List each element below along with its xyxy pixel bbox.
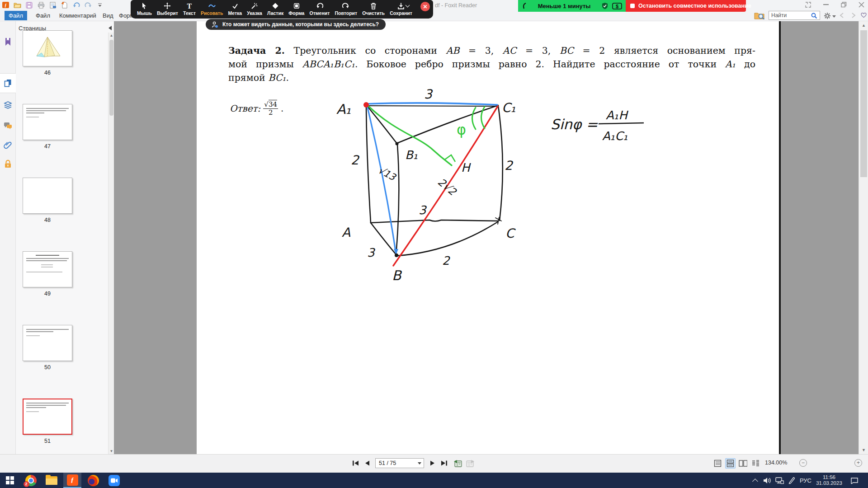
tool-shape[interactable]: Форма: [288, 2, 304, 16]
open-file-icon[interactable]: [14, 1, 21, 9]
page-number-label[interactable]: 51: [23, 438, 72, 444]
clock[interactable]: 11:5631.03.2023: [814, 473, 844, 488]
language-indicator[interactable]: РУС: [797, 473, 814, 488]
tool-undo[interactable]: Отменит: [310, 2, 330, 16]
page-number-label[interactable]: 48: [23, 217, 72, 223]
scrollbar-thumb[interactable]: [109, 40, 113, 116]
prev-arrow-icon[interactable]: [839, 12, 844, 19]
tool-text[interactable]: TТекст: [183, 2, 196, 16]
next-arrow-icon[interactable]: [851, 12, 856, 19]
previous-page-button[interactable]: [363, 459, 372, 468]
save-icon[interactable]: [25, 1, 33, 9]
pages-panel-icon[interactable]: [3, 78, 13, 88]
search-icon[interactable]: [811, 13, 817, 19]
minimize-button[interactable]: [823, 2, 829, 8]
undo-icon[interactable]: [72, 1, 80, 9]
gear-caret-icon[interactable]: [832, 15, 836, 18]
tool-eraser[interactable]: Ластик: [267, 2, 283, 16]
tool-spotlight[interactable]: Указка: [247, 2, 262, 16]
collapse-panel-icon[interactable]: [108, 26, 112, 30]
single-page-view-button[interactable]: [712, 458, 723, 469]
save-caret-icon[interactable]: [406, 3, 410, 7]
close-button[interactable]: [859, 2, 864, 8]
document-scrollbar[interactable]: ▲ ▼: [859, 21, 868, 454]
page-thumbnail-51-current[interactable]: [23, 399, 72, 435]
tray-chevron-up-icon[interactable]: [751, 473, 760, 488]
scroll-up-icon[interactable]: ▲: [859, 23, 868, 28]
thumbnails-scrollbar[interactable]: ▲ ▼: [108, 33, 114, 454]
zoom-out-button[interactable]: −: [799, 459, 807, 467]
tool-redo[interactable]: Повторит: [335, 2, 357, 16]
bookmarks-icon[interactable]: [3, 37, 13, 47]
heart-icon[interactable]: [860, 12, 867, 18]
next-page-button[interactable]: [428, 459, 437, 468]
page-number-box[interactable]: 51 / 75: [375, 458, 424, 468]
tool-select[interactable]: Выберит: [157, 2, 178, 16]
gear-icon[interactable]: [824, 12, 831, 19]
shield-check-icon[interactable]: [601, 2, 609, 9]
new-document-icon[interactable]: [61, 1, 68, 9]
first-page-button[interactable]: [351, 459, 360, 468]
taskbar-chrome[interactable]: 2: [22, 473, 40, 488]
redo-icon[interactable]: [84, 1, 92, 9]
thumb-text-line: [26, 335, 40, 336]
zoom-level[interactable]: 134.00%: [765, 460, 787, 466]
thumb-text-line: [26, 272, 62, 272]
tool-draw[interactable]: Рисовать: [201, 2, 223, 16]
notification-center-icon[interactable]: [848, 473, 861, 488]
restore-button[interactable]: [841, 2, 847, 8]
network-icon[interactable]: [774, 473, 785, 488]
previous-view-button[interactable]: [453, 459, 462, 468]
foxit-app-icon[interactable]: ƒ: [2, 1, 9, 9]
scroll-up-icon[interactable]: ▲: [109, 33, 113, 38]
page-number-label[interactable]: 49: [23, 291, 72, 297]
speaker-icon[interactable]: [762, 473, 772, 488]
menu-file-backstage[interactable]: Файл: [5, 11, 27, 20]
tool-save[interactable]: Сохранит: [390, 2, 412, 16]
pen-icon[interactable]: [787, 473, 797, 488]
tool-stamp[interactable]: Метка: [228, 2, 242, 16]
next-view-button[interactable]: [466, 459, 475, 468]
page-number-label[interactable]: 50: [23, 364, 72, 371]
zoom-in-button[interactable]: +: [854, 459, 862, 467]
thumb-text-line: [41, 264, 53, 265]
continuous-facing-view-button[interactable]: [750, 458, 761, 469]
customize-caret-icon[interactable]: [96, 1, 104, 9]
security-lock-icon[interactable]: [3, 159, 13, 169]
start-button[interactable]: [1, 473, 19, 488]
page-number-label[interactable]: 47: [23, 143, 72, 150]
taskbar-firefox[interactable]: [84, 473, 102, 488]
page-thumbnail-46[interactable]: [23, 30, 72, 66]
email-icon[interactable]: [49, 1, 57, 9]
close-annotation-toolbar-button[interactable]: ✕: [420, 2, 430, 11]
page-thumbnail-48[interactable]: [23, 178, 72, 214]
tool-clear[interactable]: Очистить: [362, 2, 385, 16]
scroll-down-icon[interactable]: ▼: [109, 449, 113, 453]
taskbar-file-explorer[interactable]: [42, 473, 61, 488]
attachments-icon[interactable]: [3, 141, 13, 150]
layers-icon[interactable]: [3, 101, 13, 110]
facing-view-button[interactable]: [738, 458, 748, 469]
page-number-label[interactable]: 46: [23, 70, 72, 76]
comments-icon[interactable]: [3, 121, 13, 131]
menu-file[interactable]: Файл: [32, 11, 54, 20]
page-caret-icon[interactable]: [418, 462, 421, 465]
thumb-text-line: [26, 331, 53, 332]
tool-mouse[interactable]: Мышь: [137, 2, 152, 16]
taskbar-foxit-active[interactable]: ƒ: [63, 473, 81, 488]
continuous-view-button[interactable]: [725, 458, 736, 469]
search-folder-icon[interactable]: [754, 11, 765, 19]
print-icon[interactable]: [37, 1, 45, 9]
last-page-button[interactable]: [439, 459, 448, 468]
page-thumbnail-49[interactable]: [23, 251, 72, 287]
scroll-down-icon[interactable]: ▼: [859, 448, 868, 452]
answer-line: Ответ: √34 2 .: [230, 100, 283, 117]
stop-share-button[interactable]: Остановить совместное использование: [626, 0, 746, 12]
scrollbar-thumb[interactable]: [860, 30, 867, 177]
taskbar-zoom[interactable]: [105, 473, 123, 488]
menu-comment[interactable]: Комментарий: [55, 11, 100, 20]
page-thumbnail-47[interactable]: [23, 104, 72, 140]
page-thumbnail-50[interactable]: [23, 325, 72, 361]
dollar-icon[interactable]: $: [612, 3, 622, 9]
layout-grid-icon[interactable]: [805, 2, 811, 8]
